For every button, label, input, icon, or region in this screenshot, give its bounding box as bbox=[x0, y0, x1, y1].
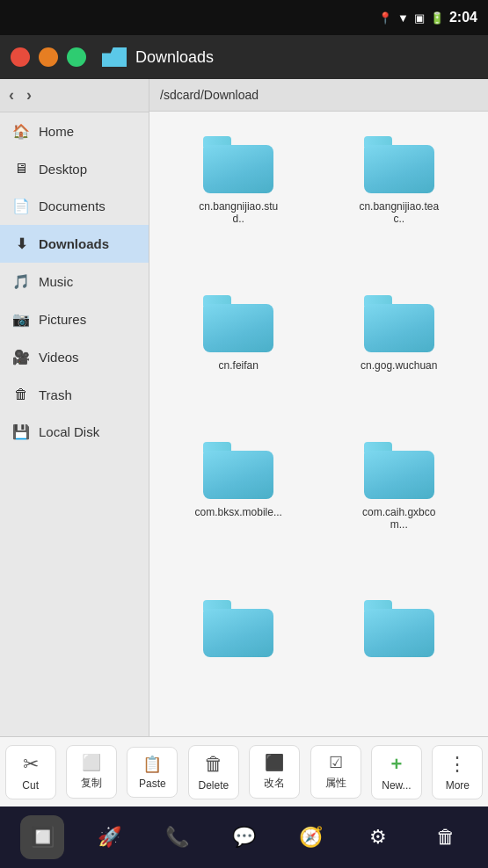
window-title: Downloads bbox=[135, 48, 214, 67]
properties-button[interactable]: ☑ 属性 bbox=[310, 745, 361, 799]
folder-icon bbox=[203, 136, 273, 193]
sidebar-item-videos[interactable]: Videos bbox=[0, 338, 149, 376]
sidebar-label-desktop: Desktop bbox=[39, 162, 87, 177]
clock: 2:04 bbox=[449, 10, 477, 25]
delete-button[interactable]: 🗑 Delete bbox=[188, 745, 239, 799]
file-area: /sdcard/Download cn.bangnijiao.stud.. cn… bbox=[149, 79, 488, 736]
delete-label: Delete bbox=[198, 779, 229, 792]
delete-icon: 🗑 bbox=[204, 753, 223, 776]
file-label: cn.gog.wuchuan bbox=[361, 359, 437, 372]
copy-label: 复制 bbox=[81, 776, 102, 791]
maximize-button[interactable] bbox=[67, 47, 86, 67]
compass-icon: 🧭 bbox=[299, 826, 323, 849]
wifi-icon: ▼ bbox=[397, 11, 409, 25]
rocket-icon: 🚀 bbox=[98, 826, 121, 849]
file-item[interactable]: cn.bangnijiao.stud.. bbox=[163, 129, 315, 279]
folder-icon bbox=[203, 442, 273, 499]
dock-item-trash[interactable]: 🗑 bbox=[424, 815, 468, 859]
file-label: cn.feifan bbox=[219, 359, 259, 372]
dock-item-rocket[interactable]: 🚀 bbox=[88, 815, 132, 859]
folder-body bbox=[203, 145, 273, 193]
close-button[interactable] bbox=[11, 47, 30, 67]
dock-item-toggle[interactable]: ⚙ bbox=[356, 815, 400, 859]
localdisk-icon bbox=[12, 423, 30, 440]
dock-item-compass[interactable]: 🧭 bbox=[289, 815, 333, 859]
path-bar: /sdcard/Download bbox=[149, 79, 488, 112]
trash2-icon: 🗑 bbox=[436, 826, 455, 849]
new-label: New... bbox=[382, 779, 411, 792]
new-button[interactable]: + New... bbox=[371, 745, 422, 799]
message-icon: 💬 bbox=[232, 826, 256, 849]
sidebar-label-localdisk: Local Disk bbox=[39, 424, 99, 439]
downloads-icon bbox=[12, 235, 30, 252]
videos-icon bbox=[12, 349, 30, 365]
more-icon: ⋮ bbox=[448, 753, 467, 776]
battery-icon: 🔋 bbox=[430, 11, 444, 25]
path-text: /sdcard/Download bbox=[160, 88, 259, 102]
file-item[interactable]: cn.feifan bbox=[163, 288, 315, 426]
back-button[interactable]: ‹ bbox=[9, 86, 14, 105]
dock-item-phone[interactable]: 📞 bbox=[155, 815, 199, 859]
sidebar-item-documents[interactable]: Documents bbox=[0, 187, 149, 225]
sidebar-label-home: Home bbox=[39, 124, 74, 139]
paste-button[interactable]: 📋 Paste bbox=[127, 747, 178, 798]
toolbar: ✂ Cut ⬜ 复制 📋 Paste 🗑 Delete ⬛ 改名 ☑ 属性 + … bbox=[0, 736, 488, 807]
nav-arrows: ‹ › bbox=[0, 79, 149, 112]
toggle-icon: ⚙ bbox=[369, 826, 387, 849]
sidebar-item-downloads[interactable]: Downloads bbox=[0, 225, 149, 263]
trash-icon bbox=[12, 387, 30, 402]
paste-icon: 📋 bbox=[142, 755, 162, 774]
cut-button[interactable]: ✂ Cut bbox=[5, 745, 56, 799]
sidebar-label-downloads: Downloads bbox=[39, 236, 109, 251]
file-label: cn.bangnijiao.stud.. bbox=[194, 200, 282, 225]
folder-body bbox=[203, 304, 273, 352]
folder-icon bbox=[364, 600, 434, 657]
file-item[interactable]: com.caih.gxbcom... bbox=[324, 435, 476, 585]
signal-icon: ▣ bbox=[414, 11, 425, 25]
sidebar-item-localdisk[interactable]: Local Disk bbox=[0, 413, 149, 451]
rename-button[interactable]: ⬛ 改名 bbox=[249, 745, 300, 799]
main-area: ‹ › Home Desktop Documents Downloads bbox=[0, 79, 488, 736]
paste-label: Paste bbox=[139, 778, 166, 790]
file-item[interactable] bbox=[324, 593, 476, 719]
file-grid: cn.bangnijiao.stud.. cn.bangnijiao.teac.… bbox=[149, 112, 488, 736]
more-button[interactable]: ⋮ More bbox=[432, 745, 483, 799]
sidebar-item-pictures[interactable]: Pictures bbox=[0, 300, 149, 338]
finder-icon: 🔲 bbox=[31, 826, 55, 849]
copy-icon: ⬜ bbox=[82, 753, 101, 772]
sidebar-item-desktop[interactable]: Desktop bbox=[0, 150, 149, 187]
sidebar-items: Home Desktop Documents Downloads Music P… bbox=[0, 112, 149, 736]
folder-body bbox=[364, 304, 434, 352]
sidebar-item-home[interactable]: Home bbox=[0, 112, 149, 150]
file-label: cn.bangnijiao.teac.. bbox=[355, 200, 443, 225]
documents-icon bbox=[12, 198, 30, 214]
file-item[interactable]: cn.bangnijiao.teac.. bbox=[324, 129, 476, 279]
folder-icon bbox=[364, 295, 434, 352]
sidebar-label-trash: Trash bbox=[39, 387, 72, 402]
dock-item-finder[interactable]: 🔲 bbox=[20, 815, 64, 859]
folder-title-icon bbox=[102, 47, 127, 67]
desktop-icon bbox=[12, 161, 30, 177]
music-icon bbox=[12, 273, 30, 290]
sidebar-item-trash[interactable]: Trash bbox=[0, 376, 149, 413]
folder-body bbox=[203, 451, 273, 499]
file-item[interactable] bbox=[163, 593, 315, 719]
sidebar-item-music[interactable]: Music bbox=[0, 263, 149, 300]
file-item[interactable]: cn.gog.wuchuan bbox=[324, 288, 476, 426]
copy-button[interactable]: ⬜ 复制 bbox=[66, 745, 117, 799]
dock-item-message[interactable]: 💬 bbox=[222, 815, 266, 859]
sidebar-label-music: Music bbox=[39, 274, 73, 289]
properties-icon: ☑ bbox=[329, 753, 343, 772]
new-icon: + bbox=[391, 753, 403, 776]
more-label: More bbox=[446, 779, 470, 792]
folder-icon bbox=[364, 136, 434, 193]
rename-icon: ⬛ bbox=[265, 753, 284, 772]
forward-button[interactable]: › bbox=[26, 86, 32, 105]
folder-body bbox=[203, 609, 273, 657]
sidebar-label-documents: Documents bbox=[39, 199, 106, 213]
home-icon bbox=[12, 123, 30, 140]
sidebar: ‹ › Home Desktop Documents Downloads bbox=[0, 79, 149, 736]
file-item[interactable]: com.bksx.mobile... bbox=[163, 435, 315, 585]
folder-icon bbox=[203, 295, 273, 352]
minimize-button[interactable] bbox=[39, 47, 58, 67]
